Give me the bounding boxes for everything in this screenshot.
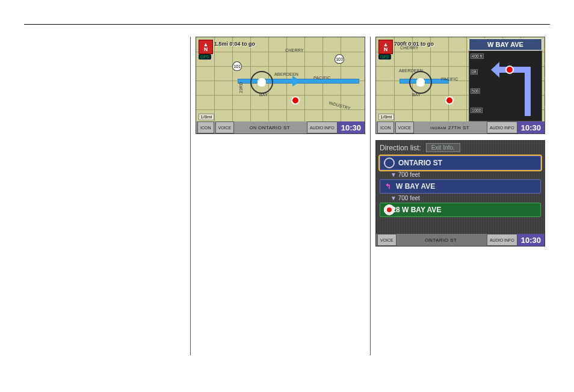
map-label-bay: BAY	[259, 93, 268, 97]
compass-icon[interactable]: ▲N	[378, 40, 393, 54]
route-shield-103: 103	[335, 54, 344, 64]
current-location-icon	[384, 158, 395, 168]
map-label-aberdeen: ABERDEEN	[399, 69, 423, 73]
direction-item-label: ONTARIO ST	[398, 159, 442, 167]
voice-button[interactable]: VOICE	[395, 121, 415, 133]
audio-info-button[interactable]: AUDIO INFO	[487, 234, 517, 246]
clock: 10:30	[338, 121, 365, 133]
map-label-aberdeen: ABERDEEN	[274, 72, 298, 76]
destination-icon	[384, 204, 395, 215]
current-street: ONTARIO ST	[397, 237, 486, 243]
map-scale[interactable]: 1/8mi	[378, 114, 394, 120]
column-1	[24, 37, 191, 355]
compass-icon[interactable]: ▲N	[199, 40, 213, 54]
route-arrow-icon	[292, 76, 301, 87]
direction-item-ontario[interactable]: ONTARIO ST	[380, 156, 541, 170]
direction-distance: 700 feet	[390, 171, 545, 178]
route-shield-101: 101	[232, 61, 242, 71]
distance-time-to-go: 700ft 0:01 to go	[394, 41, 434, 47]
column-3: CHERRY ABERDEEN PACIFIC BAY ▲N GPS 700ft…	[371, 37, 550, 355]
icon-button[interactable]: ICON	[377, 121, 394, 133]
nav-map-turn: CHERRY ABERDEEN PACIFIC BAY ▲N GPS 700ft…	[375, 37, 545, 134]
current-street: INGRAM 27TH ST	[414, 125, 486, 130]
voice-button[interactable]: VOICE	[377, 234, 397, 246]
exit-info-button[interactable]: Exit Info.	[426, 143, 460, 152]
next-street-banner: W BAY AVE	[469, 38, 542, 51]
map-grid	[196, 37, 365, 133]
gps-badge: GPS	[378, 54, 391, 60]
distance-time-to-go: 1.5mi 0:04 to go	[214, 41, 255, 47]
clock: 10:30	[517, 234, 545, 246]
scale-1000: 1000	[471, 108, 483, 113]
voice-button[interactable]: VOICE	[215, 121, 235, 133]
bottom-bar: ICON VOICE ON ONTARIO ST AUDIO INFO 10:3…	[196, 121, 365, 133]
turn-arrow-icon	[495, 62, 537, 116]
audio-info-button[interactable]: AUDIO INFO	[307, 121, 338, 133]
destination-marker-icon	[291, 96, 300, 105]
direction-item-wbay[interactable]: ↰ W BAY AVE	[380, 179, 541, 194]
arrow-panel-scale: 400 ft 0ft 500 1000	[471, 51, 487, 121]
gps-badge: GPS	[199, 54, 211, 60]
direction-list-screen: Direction list: Exit Info. ONTARIO ST 70…	[375, 140, 545, 247]
icon-button[interactable]: ICON	[197, 121, 214, 133]
bottom-bar: VOICE ONTARIO ST AUDIO INFO 10:30	[376, 234, 545, 246]
map-label-pacific: PACIFIC	[313, 76, 331, 80]
map-label-bay: BAY	[412, 93, 421, 97]
column-2: CHERRY ABERDEEN PACIFIC BAY 23RD INDUSTR…	[191, 37, 371, 355]
turn-left-icon: ↰	[384, 182, 392, 191]
clock: 10:30	[517, 121, 545, 133]
map-label-cherry: CHERRY	[285, 48, 304, 52]
map-label-pacific: PACIFIC	[441, 77, 458, 81]
scale-400ft: 400 ft	[471, 54, 484, 59]
turn-arrow-panel: 400 ft 0ft 500 1000	[469, 51, 542, 121]
vehicle-marker-icon	[409, 71, 432, 94]
direction-list-header: Direction list: Exit Info.	[376, 141, 545, 155]
destination-marker-icon	[445, 96, 454, 105]
direction-distance: 700 feet	[390, 195, 545, 201]
direction-item-destination[interactable]: 2728 W BAY AVE	[380, 203, 541, 217]
arrow-dest-icon	[505, 66, 514, 74]
map-scale[interactable]: 1/8mi	[199, 114, 214, 120]
vehicle-marker-icon	[250, 71, 273, 94]
nav-map-overview: CHERRY ABERDEEN PACIFIC BAY 23RD INDUSTR…	[196, 37, 365, 134]
current-street: ON ONTARIO ST	[234, 125, 306, 130]
bottom-bar: ICON VOICE INGRAM 27TH ST AUDIO INFO 10:…	[376, 121, 545, 133]
scale-0ft: 0ft	[471, 69, 478, 75]
direction-list-title: Direction list:	[380, 144, 421, 152]
scale-500: 500	[471, 88, 480, 94]
map-label-23rd: 23RD	[239, 82, 243, 93]
direction-item-label: W BAY AVE	[396, 182, 435, 191]
audio-info-button[interactable]: AUDIO INFO	[487, 121, 517, 133]
